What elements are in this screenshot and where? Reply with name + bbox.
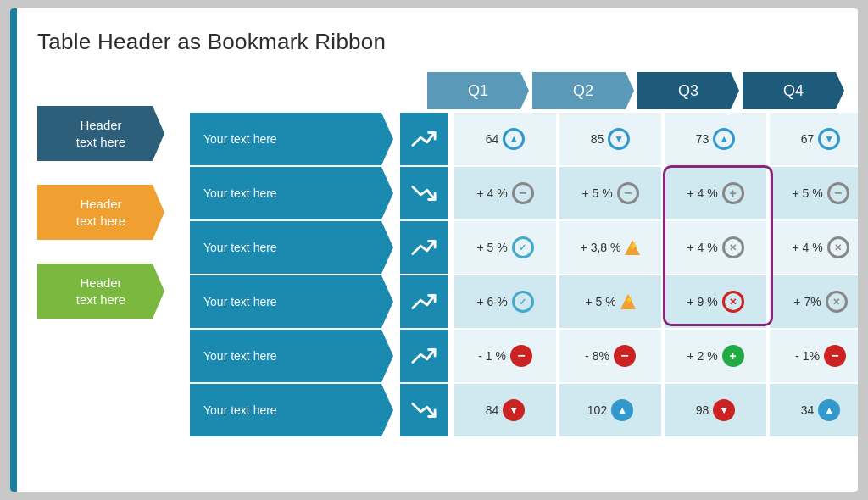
cell: - 8% − (559, 330, 661, 382)
q3-header: Q3 (637, 72, 739, 109)
cell: - 1% − (770, 330, 858, 382)
cell: + 6 % ✓ (454, 275, 556, 328)
table-row: Your text here + 4 % − + 5 % (190, 167, 858, 219)
arrow-down-red-icon: ▼ (503, 399, 525, 421)
legend-item-2: Headertext here (37, 185, 164, 240)
arrow-down-icon: ▼ (608, 128, 630, 150)
arrow-up-blue-icon: ▲ (818, 399, 840, 421)
x-icon: ✕ (826, 291, 848, 313)
cell: + 5 % ⚡ (559, 275, 661, 328)
cell: + 9 % ✕ (665, 275, 766, 328)
cell: + 5 % − (770, 167, 858, 219)
x-red-icon: ✕ (722, 291, 744, 313)
quarter-headers: Q1 Q2 Q3 Q4 (427, 72, 858, 109)
row-label: Your text here (190, 167, 393, 219)
minus-red-icon: − (614, 345, 636, 367)
cell: + 3,8 % ⚡ (559, 221, 661, 274)
x-icon: ✕ (722, 236, 744, 258)
cell: - 1 % − (454, 330, 556, 382)
row-cells: 64 ▲ 85 ▼ 73 ▲ 67 ▼ (454, 113, 858, 165)
legend-badge-navy: Headertext here (37, 106, 164, 161)
cell: + 7% ✕ (770, 275, 858, 328)
cell: 84 ▼ (454, 384, 556, 436)
plus-icon: + (722, 182, 744, 204)
table-row: Your text here + 6 % ✓ + 5 % (190, 275, 858, 328)
lightning-icon: ⚡ (625, 240, 640, 255)
cell: 67 ▼ (770, 113, 858, 165)
blue-accent (10, 8, 17, 492)
legend-item-1: Headertext here (37, 106, 164, 161)
legend-item-3: Headertext here (37, 264, 164, 319)
plus-green-icon: + (722, 345, 744, 367)
minus-icon: − (827, 182, 849, 204)
arrow-up-icon: ▲ (713, 128, 735, 150)
row-cells: 84 ▼ 102 ▲ 98 ▼ 34 ▲ (454, 384, 858, 436)
row-label: Your text here (190, 113, 393, 165)
minus-red-icon: − (824, 345, 846, 367)
row-icon-down (400, 167, 448, 219)
check-icon: ✓ (512, 236, 534, 258)
minus-red-icon: − (510, 345, 532, 367)
x-icon: ✕ (827, 236, 849, 258)
cell: + 2 % + (665, 330, 766, 382)
row-label: Your text here (190, 384, 393, 436)
table-row: Your text here 84 ▼ 102 (190, 384, 858, 436)
row-cells: + 6 % ✓ + 5 % ⚡ + 9 % ✕ (454, 275, 858, 328)
row-icon-up (400, 275, 448, 328)
cell: 102 ▲ (559, 384, 661, 436)
table-row: Your text here + 5 % ✓ + 3,8 % (190, 221, 858, 274)
row-cells: + 5 % ✓ + 3,8 % ⚡ + 4 % ✕ (454, 221, 858, 274)
row-icon-up (400, 330, 448, 382)
legend-badge-green: Headertext here (37, 264, 164, 319)
minus-icon: − (617, 182, 639, 204)
row-icon-up (400, 113, 448, 165)
arrow-up-icon: ▲ (503, 128, 525, 150)
row-label: Your text here (190, 221, 393, 274)
arrow-down-icon: ▼ (818, 128, 840, 150)
table-rows: Your text here 64 ▲ 85 (190, 113, 858, 436)
cell: + 4 % ✕ (770, 221, 858, 274)
table-area: Q1 Q2 Q3 Q4 Your text here (190, 72, 858, 436)
arrow-down-red-icon: ▼ (713, 399, 735, 421)
cell: 73 ▲ (665, 113, 766, 165)
row-cells: + 4 % − + 5 % − + 4 % + + 5 % (454, 167, 858, 219)
cell: 98 ▼ (665, 384, 766, 436)
q1-header: Q1 (427, 72, 529, 109)
cell: + 4 % + (665, 167, 766, 219)
table-row: Your text here - 1 % − - 8% (190, 330, 858, 382)
cell: + 4 % − (454, 167, 556, 219)
cell: + 5 % − (559, 167, 661, 219)
cell: + 4 % ✕ (665, 221, 766, 274)
row-icon-down (400, 384, 448, 436)
row-label: Your text here (190, 330, 393, 382)
lightning-icon-orange: ⚡ (620, 294, 636, 309)
row-icon-up (400, 221, 448, 274)
cell: 85 ▼ (559, 113, 661, 165)
slide: Table Header as Bookmark Ribbon Headerte… (10, 8, 858, 492)
content-area: Headertext here Headertext here Headerte… (37, 72, 831, 436)
cell: 34 ▲ (770, 384, 858, 436)
arrow-up-blue-icon: ▲ (611, 399, 633, 421)
table-row: Your text here 64 ▲ 85 (190, 113, 858, 165)
check-icon: ✓ (512, 291, 534, 313)
q2-header: Q2 (532, 72, 634, 109)
legend: Headertext here Headertext here Headerte… (37, 72, 164, 319)
slide-title: Table Header as Bookmark Ribbon (37, 29, 831, 55)
cell: + 5 % ✓ (454, 221, 556, 274)
cell: 64 ▲ (454, 113, 556, 165)
row-cells: - 1 % − - 8% − + 2 % + - 1% (454, 330, 858, 382)
legend-badge-orange: Headertext here (37, 185, 164, 240)
minus-icon: − (512, 182, 534, 204)
row-label: Your text here (190, 275, 393, 328)
q4-header: Q4 (743, 72, 844, 109)
